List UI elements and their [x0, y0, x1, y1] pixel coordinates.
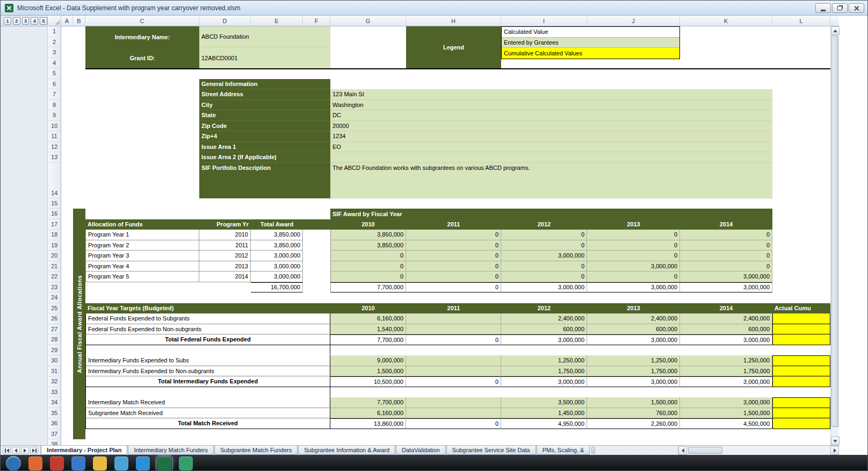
cell-actual-cumulative[interactable]: [772, 334, 830, 345]
cell[interactable]: 0: [406, 240, 501, 251]
cell[interactable]: Subgrantee Match Received: [85, 408, 330, 419]
cell[interactable]: 3,850,000: [251, 230, 303, 240]
cell[interactable]: 0: [501, 272, 587, 282]
cell-info-value[interactable]: 1234: [330, 131, 772, 142]
cell[interactable]: 1,750,000: [680, 366, 772, 377]
cell[interactable]: 3,000,000: [587, 334, 680, 345]
cell[interactable]: 3,000,000: [251, 261, 303, 272]
app-icon-2[interactable]: [71, 456, 85, 470]
cell-info-value[interactable]: EO: [330, 142, 772, 153]
row-header[interactable]: 28: [48, 334, 61, 345]
cell-sif-award-banner[interactable]: SIF Award by Fiscal Year: [330, 209, 772, 219]
cell-intermediary-name-value[interactable]: ABCD Foundation: [199, 26, 330, 47]
row-header[interactable]: 36: [48, 418, 61, 429]
actual-cumulative-header[interactable]: Actual Cumu: [772, 303, 830, 314]
cell[interactable]: 3,000,000: [587, 261, 680, 272]
sheet-tab-subgrantee-match-funders[interactable]: Subgrantee Match Funders: [214, 446, 298, 455]
cell[interactable]: 0: [330, 272, 406, 282]
cell-intermediary-name-label[interactable]: Intermediary Name:: [85, 26, 199, 47]
cell-general-info-title[interactable]: General Information: [199, 79, 330, 90]
horizontal-scrollbar[interactable]: [678, 446, 839, 455]
app-icon-1[interactable]: [50, 456, 64, 470]
legend-item[interactable]: Entered by Grantees: [502, 38, 679, 48]
cell[interactable]: 2,260,000: [587, 418, 680, 429]
column-header-i[interactable]: I: [501, 16, 587, 26]
cell[interactable]: [772, 345, 830, 356]
row-header[interactable]: 35: [48, 408, 61, 419]
row-header[interactable]: 17: [48, 219, 61, 230]
cell[interactable]: [303, 219, 330, 230]
cell[interactable]: 3,000,000: [680, 272, 772, 282]
cell[interactable]: 3,000,000: [501, 251, 587, 261]
row-header[interactable]: 25: [48, 303, 61, 314]
row-header[interactable]: 11: [48, 131, 61, 142]
cell-info-value[interactable]: Washington: [330, 100, 772, 111]
year-header[interactable]: 2010: [330, 303, 406, 314]
cell[interactable]: 2,400,000: [680, 313, 772, 324]
row-header[interactable]: 33: [48, 387, 61, 398]
column-header-e[interactable]: E: [251, 16, 303, 26]
row-header[interactable]: 5: [48, 68, 61, 79]
cell-actual-cumulative[interactable]: [772, 355, 830, 366]
row-header[interactable]: 4: [48, 58, 61, 69]
cell-info-value[interactable]: 20000: [330, 121, 772, 132]
close-button[interactable]: [849, 3, 864, 13]
cell-info-label[interactable]: City: [199, 100, 330, 111]
cell[interactable]: 1,250,000: [587, 355, 680, 366]
cell[interactable]: 3,000,000: [587, 282, 680, 293]
row-header[interactable]: 6: [48, 79, 61, 90]
row-header[interactable]: 8: [48, 100, 61, 111]
cell[interactable]: Program Year 4: [85, 261, 199, 272]
year-header[interactable]: 2011: [406, 303, 501, 314]
cell[interactable]: [406, 355, 501, 366]
column-header-a[interactable]: A: [61, 16, 73, 26]
row-header[interactable]: 13: [48, 152, 61, 163]
cell[interactable]: 3,000,000: [501, 376, 587, 387]
cell[interactable]: 0: [680, 261, 772, 272]
cell[interactable]: 0: [406, 230, 501, 240]
cell-info-value[interactable]: [330, 152, 772, 163]
cell[interactable]: Federal Funds Expended to Subgrants: [85, 313, 330, 324]
tab-split-handle[interactable]: [591, 447, 595, 454]
row-header[interactable]: 20: [48, 251, 61, 261]
cell[interactable]: 0: [501, 240, 587, 251]
cell[interactable]: 2,400,000: [587, 313, 680, 324]
last-sheet-button[interactable]: [30, 447, 38, 454]
folder-icon[interactable]: [93, 456, 107, 470]
column-header-g[interactable]: G: [330, 16, 406, 26]
scroll-left-button[interactable]: [678, 446, 687, 455]
cell[interactable]: 0: [587, 251, 680, 261]
year-header[interactable]: 2012: [501, 303, 587, 314]
cell[interactable]: [406, 366, 501, 377]
cell[interactable]: 1,450,000: [501, 408, 587, 419]
cell-info-label[interactable]: Street Address: [199, 89, 330, 100]
row-header[interactable]: 19: [48, 240, 61, 251]
cell[interactable]: Total Federal Funds Expended: [85, 334, 330, 345]
minimize-button[interactable]: [815, 3, 831, 13]
row-header[interactable]: 10: [48, 121, 61, 132]
cell[interactable]: Program Year 2: [85, 240, 199, 251]
cell[interactable]: 0: [406, 418, 501, 429]
cell-info-value[interactable]: The ABCD Foundation works with subgrante…: [330, 163, 772, 198]
row-header[interactable]: 12: [48, 142, 61, 153]
cell[interactable]: 0: [406, 251, 501, 261]
cell[interactable]: 0: [330, 261, 406, 272]
cell-info-value[interactable]: DC: [330, 110, 772, 121]
outline-level-button[interactable]: 4: [31, 17, 38, 25]
cell[interactable]: 2014: [199, 272, 251, 282]
year-header[interactable]: 2013: [587, 219, 680, 230]
app-icon-4[interactable]: [136, 456, 150, 470]
browser-icon[interactable]: [28, 456, 42, 470]
cell[interactable]: 3,850,000: [251, 240, 303, 251]
app-icon-5[interactable]: [179, 456, 193, 470]
year-header[interactable]: 2014: [680, 219, 772, 230]
cell-legend-title[interactable]: Legend: [406, 26, 501, 68]
scroll-up-button[interactable]: [831, 26, 840, 35]
cell-actual-cumulative[interactable]: [772, 324, 830, 335]
cell[interactable]: 0: [680, 230, 772, 240]
year-header[interactable]: 2013: [587, 303, 680, 314]
legend-item[interactable]: Calculated Value: [502, 27, 679, 38]
row-header[interactable]: 37: [48, 429, 61, 440]
row-header[interactable]: 30: [48, 355, 61, 366]
cell[interactable]: 600,000: [501, 324, 587, 335]
